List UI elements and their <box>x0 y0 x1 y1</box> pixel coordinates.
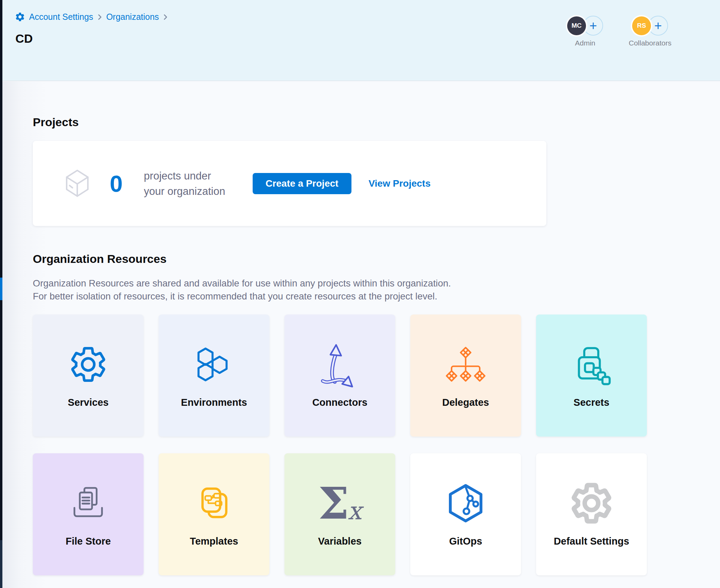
delegates-card[interactable]: Delegates <box>410 315 521 437</box>
collaborators-group: RS + Collaborators <box>629 16 671 47</box>
delegates-network-icon <box>443 339 488 390</box>
nav-rail-bottom-segment <box>0 540 2 588</box>
breadcrumb: Account Settings Organizations <box>15 12 168 22</box>
services-gear-icon <box>68 339 108 390</box>
delegates-label: Delegates <box>442 397 489 408</box>
add-admin-button[interactable]: + <box>583 16 603 36</box>
create-project-button[interactable]: Create a Project <box>253 173 351 194</box>
environments-label: Environments <box>181 397 247 408</box>
variables-card[interactable]: Σx Variables <box>284 453 395 575</box>
main-content: Projects 0 projects under your organizat… <box>2 81 720 588</box>
file-store-card[interactable]: File Store <box>33 453 144 575</box>
templates-card[interactable]: Templates <box>159 453 269 575</box>
file-store-label: File Store <box>66 536 111 547</box>
variables-sigma-icon: Σx <box>318 478 361 529</box>
projects-heading: Projects <box>33 116 79 129</box>
secrets-label: Secrets <box>574 397 610 408</box>
services-card[interactable]: Services <box>33 315 144 437</box>
templates-label: Templates <box>190 536 238 547</box>
breadcrumb-organizations[interactable]: Organizations <box>106 12 159 22</box>
templates-pages-icon <box>195 478 233 529</box>
view-projects-link[interactable]: View Projects <box>369 178 431 189</box>
page-title: CD <box>15 32 33 45</box>
environments-hexagons-icon <box>196 339 232 390</box>
nav-rail[interactable] <box>0 0 2 588</box>
connectors-label: Connectors <box>312 397 367 408</box>
add-collaborator-button[interactable]: + <box>648 16 668 36</box>
projects-summary-card: 0 projects under your organization Creat… <box>33 141 546 226</box>
plus-icon: + <box>654 19 662 32</box>
default-settings-label: Default Settings <box>554 536 629 547</box>
gitops-label: GitOps <box>449 536 482 547</box>
file-store-documents-icon <box>69 478 107 529</box>
page-header: Account Settings Organizations CD MC + A… <box>2 0 720 81</box>
connectors-arrows-icon <box>318 339 362 390</box>
gitops-branch-icon <box>445 478 486 529</box>
environments-card[interactable]: Environments <box>159 315 269 437</box>
account-settings-gear-icon <box>15 12 25 22</box>
admin-label: Admin <box>575 39 596 47</box>
secrets-lock-icon <box>571 339 612 390</box>
plus-icon: + <box>589 19 597 32</box>
project-count-caption: projects under your organization <box>144 168 225 199</box>
nav-rail-active-indicator[interactable] <box>0 278 2 300</box>
chevron-right-icon <box>97 13 103 22</box>
breadcrumb-account-settings[interactable]: Account Settings <box>29 12 93 22</box>
org-resources-description: Organization Resources are shared and av… <box>33 277 451 303</box>
project-count: 0 <box>110 170 123 197</box>
admin-group: MC + Admin <box>567 16 603 47</box>
services-label: Services <box>68 397 108 408</box>
resource-card-grid: Services Environments <box>33 315 647 575</box>
gitops-card[interactable]: GitOps <box>410 453 521 575</box>
variables-label: Variables <box>318 536 361 547</box>
collaborators-avatar[interactable]: RS <box>632 16 651 35</box>
default-settings-gear-icon <box>569 478 614 529</box>
org-resources-heading: Organization Resources <box>33 252 166 266</box>
secrets-card[interactable]: Secrets <box>536 315 647 437</box>
connectors-card[interactable]: Connectors <box>284 315 395 437</box>
admin-avatar[interactable]: MC <box>567 16 586 35</box>
project-cube-icon <box>61 167 93 200</box>
chevron-right-icon <box>163 13 168 22</box>
collaborators-label: Collaborators <box>629 39 671 47</box>
default-settings-card[interactable]: Default Settings <box>536 453 647 575</box>
